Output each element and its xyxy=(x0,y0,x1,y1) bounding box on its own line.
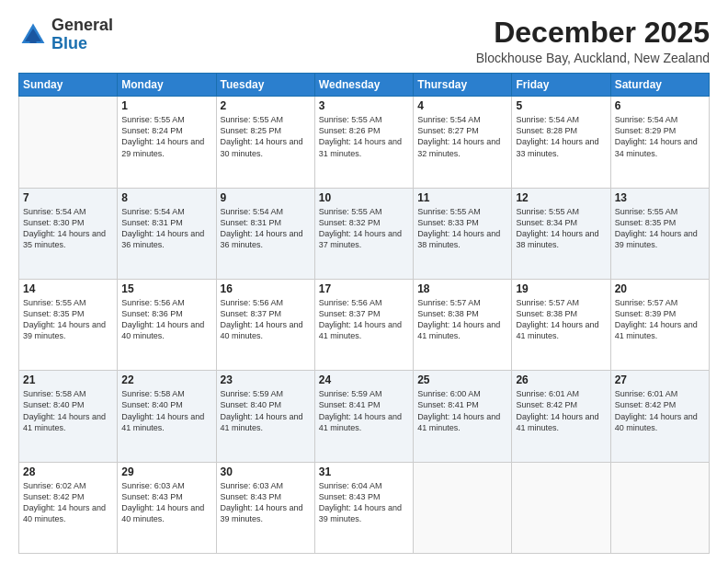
calendar-day-cell: 22Sunrise: 5:58 AMSunset: 8:40 PMDayligh… xyxy=(118,371,216,462)
calendar-day-cell: 20Sunrise: 5:57 AMSunset: 8:39 PMDayligh… xyxy=(610,279,709,370)
day-number: 17 xyxy=(319,282,409,295)
day-info: Sunrise: 5:55 AMSunset: 8:24 PMDaylight:… xyxy=(121,114,211,159)
header: General Blue December 2025 Blockhouse Ba… xyxy=(18,17,710,65)
day-info: Sunrise: 5:54 AMSunset: 8:31 PMDaylight:… xyxy=(221,206,311,251)
day-info: Sunrise: 5:55 AMSunset: 8:33 PMDaylight:… xyxy=(417,206,507,251)
calendar-day-cell: 9Sunrise: 5:54 AMSunset: 8:31 PMDaylight… xyxy=(216,188,314,279)
calendar-day-cell xyxy=(610,462,709,553)
calendar-day-cell: 28Sunrise: 6:02 AMSunset: 8:42 PMDayligh… xyxy=(19,462,118,553)
day-info: Sunrise: 5:57 AMSunset: 8:38 PMDaylight:… xyxy=(417,297,507,342)
day-info: Sunrise: 5:54 AMSunset: 8:27 PMDaylight:… xyxy=(417,114,507,159)
calendar-day-cell: 29Sunrise: 6:03 AMSunset: 8:43 PMDayligh… xyxy=(118,462,216,553)
day-info: Sunrise: 5:54 AMSunset: 8:29 PMDaylight:… xyxy=(615,114,705,159)
calendar-day-cell: 11Sunrise: 5:55 AMSunset: 8:33 PMDayligh… xyxy=(414,188,512,279)
day-number: 13 xyxy=(615,191,705,204)
calendar-day-cell: 26Sunrise: 6:01 AMSunset: 8:42 PMDayligh… xyxy=(512,371,610,462)
day-info: Sunrise: 5:55 AMSunset: 8:34 PMDaylight:… xyxy=(516,206,606,251)
day-number: 19 xyxy=(516,282,606,295)
weekday-header-cell: Saturday xyxy=(610,74,709,97)
day-number: 22 xyxy=(121,373,211,386)
weekday-header-cell: Thursday xyxy=(414,74,512,97)
location: Blockhouse Bay, Auckland, New Zealand xyxy=(476,51,710,65)
day-number: 5 xyxy=(516,99,606,112)
day-number: 28 xyxy=(23,465,113,478)
day-number: 27 xyxy=(615,373,705,386)
weekday-header-cell: Sunday xyxy=(19,74,118,97)
calendar-day-cell: 27Sunrise: 6:01 AMSunset: 8:42 PMDayligh… xyxy=(610,371,709,462)
day-info: Sunrise: 5:54 AMSunset: 8:30 PMDaylight:… xyxy=(23,206,113,251)
logo-icon xyxy=(18,20,48,50)
day-info: Sunrise: 5:54 AMSunset: 8:31 PMDaylight:… xyxy=(121,206,211,251)
day-info: Sunrise: 5:55 AMSunset: 8:32 PMDaylight:… xyxy=(319,206,409,251)
calendar-day-cell: 7Sunrise: 5:54 AMSunset: 8:30 PMDaylight… xyxy=(19,188,118,279)
calendar-week-row: 14Sunrise: 5:55 AMSunset: 8:35 PMDayligh… xyxy=(19,279,710,370)
day-info: Sunrise: 5:55 AMSunset: 8:35 PMDaylight:… xyxy=(615,206,705,251)
day-number: 4 xyxy=(417,99,507,112)
day-info: Sunrise: 6:02 AMSunset: 8:42 PMDaylight:… xyxy=(23,480,113,525)
day-info: Sunrise: 5:56 AMSunset: 8:37 PMDaylight:… xyxy=(319,297,409,342)
day-number: 21 xyxy=(23,373,113,386)
day-number: 30 xyxy=(221,465,311,478)
calendar-day-cell: 10Sunrise: 5:55 AMSunset: 8:32 PMDayligh… xyxy=(314,188,413,279)
calendar-day-cell: 13Sunrise: 5:55 AMSunset: 8:35 PMDayligh… xyxy=(610,188,709,279)
day-info: Sunrise: 5:55 AMSunset: 8:25 PMDaylight:… xyxy=(221,114,311,159)
weekday-header-cell: Wednesday xyxy=(314,74,413,97)
day-number: 29 xyxy=(121,465,211,478)
day-info: Sunrise: 5:54 AMSunset: 8:28 PMDaylight:… xyxy=(516,114,606,159)
calendar-day-cell: 17Sunrise: 5:56 AMSunset: 8:37 PMDayligh… xyxy=(314,279,413,370)
day-info: Sunrise: 6:01 AMSunset: 8:42 PMDaylight:… xyxy=(615,388,705,433)
day-number: 14 xyxy=(23,282,113,295)
day-info: Sunrise: 6:03 AMSunset: 8:43 PMDaylight:… xyxy=(121,480,211,525)
day-info: Sunrise: 6:00 AMSunset: 8:41 PMDaylight:… xyxy=(417,388,507,433)
day-number: 20 xyxy=(615,282,705,295)
calendar-day-cell xyxy=(512,462,610,553)
day-info: Sunrise: 5:57 AMSunset: 8:39 PMDaylight:… xyxy=(615,297,705,342)
svg-rect-2 xyxy=(29,35,36,43)
calendar-day-cell: 19Sunrise: 5:57 AMSunset: 8:38 PMDayligh… xyxy=(512,279,610,370)
day-info: Sunrise: 5:57 AMSunset: 8:38 PMDaylight:… xyxy=(516,297,606,342)
calendar-week-row: 7Sunrise: 5:54 AMSunset: 8:30 PMDaylight… xyxy=(19,188,710,279)
calendar-day-cell: 8Sunrise: 5:54 AMSunset: 8:31 PMDaylight… xyxy=(118,188,216,279)
day-number: 10 xyxy=(319,191,409,204)
day-number: 24 xyxy=(319,373,409,386)
day-number: 1 xyxy=(121,99,211,112)
calendar-day-cell: 14Sunrise: 5:55 AMSunset: 8:35 PMDayligh… xyxy=(19,279,118,370)
day-number: 2 xyxy=(221,99,311,112)
day-info: Sunrise: 6:04 AMSunset: 8:43 PMDaylight:… xyxy=(319,480,409,525)
day-info: Sunrise: 5:59 AMSunset: 8:41 PMDaylight:… xyxy=(319,388,409,433)
page: General Blue December 2025 Blockhouse Ba… xyxy=(0,0,728,563)
calendar-day-cell: 25Sunrise: 6:00 AMSunset: 8:41 PMDayligh… xyxy=(414,371,512,462)
day-number: 15 xyxy=(121,282,211,295)
day-info: Sunrise: 6:03 AMSunset: 8:43 PMDaylight:… xyxy=(221,480,311,525)
calendar-week-row: 1Sunrise: 5:55 AMSunset: 8:24 PMDaylight… xyxy=(19,97,710,188)
calendar-day-cell: 15Sunrise: 5:56 AMSunset: 8:36 PMDayligh… xyxy=(118,279,216,370)
calendar-day-cell: 4Sunrise: 5:54 AMSunset: 8:27 PMDaylight… xyxy=(414,97,512,188)
calendar-week-row: 28Sunrise: 6:02 AMSunset: 8:42 PMDayligh… xyxy=(19,462,710,553)
day-number: 23 xyxy=(221,373,311,386)
day-number: 12 xyxy=(516,191,606,204)
calendar-day-cell: 18Sunrise: 5:57 AMSunset: 8:38 PMDayligh… xyxy=(414,279,512,370)
calendar-day-cell: 23Sunrise: 5:59 AMSunset: 8:40 PMDayligh… xyxy=(216,371,314,462)
day-number: 3 xyxy=(319,99,409,112)
weekday-header-row: SundayMondayTuesdayWednesdayThursdayFrid… xyxy=(19,74,710,97)
day-number: 18 xyxy=(417,282,507,295)
day-number: 26 xyxy=(516,373,606,386)
calendar-day-cell: 21Sunrise: 5:58 AMSunset: 8:40 PMDayligh… xyxy=(19,371,118,462)
calendar-day-cell xyxy=(19,97,118,188)
day-number: 25 xyxy=(417,373,507,386)
day-number: 31 xyxy=(319,465,409,478)
calendar-day-cell: 6Sunrise: 5:54 AMSunset: 8:29 PMDaylight… xyxy=(610,97,709,188)
day-info: Sunrise: 5:56 AMSunset: 8:36 PMDaylight:… xyxy=(121,297,211,342)
day-number: 9 xyxy=(221,191,311,204)
calendar-day-cell: 2Sunrise: 5:55 AMSunset: 8:25 PMDaylight… xyxy=(216,97,314,188)
day-info: Sunrise: 5:59 AMSunset: 8:40 PMDaylight:… xyxy=(221,388,311,433)
day-number: 16 xyxy=(221,282,311,295)
calendar-week-row: 21Sunrise: 5:58 AMSunset: 8:40 PMDayligh… xyxy=(19,371,710,462)
day-number: 8 xyxy=(121,191,211,204)
calendar-day-cell: 12Sunrise: 5:55 AMSunset: 8:34 PMDayligh… xyxy=(512,188,610,279)
calendar-day-cell: 24Sunrise: 5:59 AMSunset: 8:41 PMDayligh… xyxy=(314,371,413,462)
weekday-header-cell: Tuesday xyxy=(216,74,314,97)
calendar-day-cell: 30Sunrise: 6:03 AMSunset: 8:43 PMDayligh… xyxy=(216,462,314,553)
day-info: Sunrise: 6:01 AMSunset: 8:42 PMDaylight:… xyxy=(516,388,606,433)
calendar-day-cell: 1Sunrise: 5:55 AMSunset: 8:24 PMDaylight… xyxy=(118,97,216,188)
